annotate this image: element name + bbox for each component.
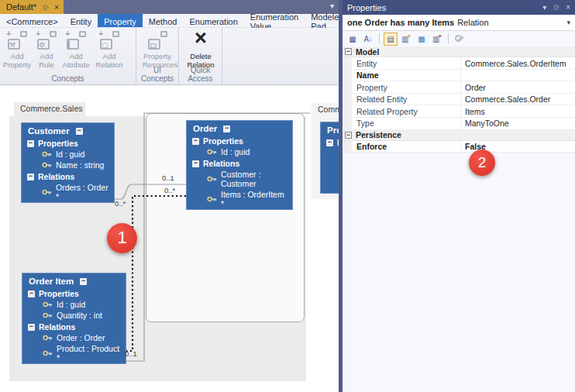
collapse-icon[interactable]: − [345,132,352,139]
property-pages-icon[interactable]: ▤ [384,33,398,46]
property-resources-button[interactable]: PropertyResources [143,31,172,69]
section-label: Relations [38,172,74,181]
diagram-host: Commerce.Sales Comme Customer−−Propertie… [0,86,339,392]
document-tab-default[interactable]: Default* ♲ × [0,0,64,14]
delete-relation-button[interactable]: ×DeleteRelation [186,31,215,69]
member-label: Product : Product * [57,344,121,363]
delete-relation-icon: × [191,31,211,50]
selected-object-name: one Order has many Items [347,18,454,27]
collapse-icon[interactable]: − [345,48,352,55]
alphabetical-icon[interactable]: A↓ [361,33,375,46]
member-row[interactable]: Id : guid [22,299,126,310]
advanced-wrench-icon[interactable] [453,33,467,46]
collapse-icon[interactable]: − [76,128,83,135]
grid-row-name[interactable]: Name [343,70,575,82]
properties-toolbar: ▦ A↓ ▤ ▥+ ▩ ▥+ [343,31,575,46]
multiplicity-label: 0..1 [162,174,174,182]
add-attribute-icon: +▎ [66,31,86,50]
key-icon [43,311,53,320]
member-label: Name : string [56,160,104,170]
document-tab-label: Default* [6,2,36,12]
grid-indent-strip [343,81,352,93]
member-row[interactable]: Orders : Order * [22,182,114,202]
member-row[interactable]: Id : guid [187,146,292,157]
ribbon-group-concepts: +⚒AddProperty+⚙AddRule+▎AddAttribute+▢Ad… [0,28,136,84]
add-attribute-button[interactable]: +▎AddAttribute [61,31,91,69]
entity-order[interactable]: Order−−PropertiesId : guid−RelationsCust… [186,120,293,210]
grid-category-model[interactable]: −Model [343,46,575,57]
section-label: Relations [203,159,239,168]
diagram-tab-commerce-sales[interactable]: Commerce.Sales [14,102,85,116]
ribbon-tab-enumeration[interactable]: Enumeration [183,14,243,27]
ribbon-tab-enumeration-value[interactable]: Enumeration Value [244,14,305,27]
add-icon[interactable]: ▥+ [399,33,413,46]
ribbon-tab-method[interactable]: Method [143,14,184,27]
collapse-icon[interactable]: − [192,138,199,145]
multiplicity-label: 0..* [164,186,175,194]
member-label: Order : Order [57,333,105,342]
property-value[interactable]: Order [461,81,575,93]
remove-icon[interactable]: ▥+ [430,33,444,46]
grid-row-related-entity[interactable]: Related EntityCommerce.Sales.Order [343,94,575,106]
collapse-icon[interactable]: − [28,291,35,297]
copy-icon[interactable]: ▩ [415,33,429,46]
tab-overflow-caret-icon[interactable]: ▾ [330,2,334,10]
member-row[interactable]: Items : OrderItem * [187,189,292,209]
properties-title-bar[interactable]: Properties ▾ ♲ × [343,0,575,15]
window-caret-icon[interactable]: ▾ [542,3,546,12]
multiplicity-label: 0..* [115,199,126,208]
close-icon[interactable]: × [54,3,59,12]
chevron-down-icon[interactable]: ▾ [566,19,570,26]
property-value[interactable]: ManyToOne [461,118,575,129]
pin-icon[interactable]: ♲ [552,4,560,11]
collapse-icon[interactable]: − [80,278,87,285]
property-value[interactable]: Commerce.Sales.OrderItem [461,57,575,69]
collapse-icon[interactable]: − [28,324,35,331]
property-label: Property [352,81,461,93]
grid-category-persistence[interactable]: −Persistence [343,130,575,141]
ribbon-tab-property[interactable]: Property [98,14,143,27]
pin-icon[interactable]: ♲ [41,4,50,11]
collapse-icon[interactable]: − [27,174,34,181]
properties-title: Properties [347,3,386,12]
member-label: Id : guid [221,147,250,156]
property-value[interactable]: Commerce.Sales.Order [461,94,575,105]
property-value[interactable]: Items [461,105,575,117]
member-row[interactable]: Id : guid [22,149,114,160]
category-label: Persistence [356,130,401,139]
collapse-icon[interactable]: − [223,126,230,132]
entity-order-item[interactable]: Order Item−−PropertiesId : guidQuantity … [22,273,126,364]
grid-row-type[interactable]: TypeManyToOne [343,118,575,130]
object-selector-combobox[interactable]: one Order has many Items Relation ▾ [343,15,575,31]
collapse-icon[interactable]: − [192,160,199,167]
close-icon[interactable]: × [566,3,570,12]
grid-row-related-property[interactable]: Related PropertyItems [343,105,575,118]
collapse-icon[interactable]: − [326,139,333,146]
add-relation-button[interactable]: +▢AddRelation [95,31,124,69]
grid-indent-strip [343,141,352,153]
add-property-button[interactable]: +⚒AddProperty [2,31,32,69]
button-label: AddRelation [95,52,124,69]
member-row[interactable]: Quantity : int [22,310,126,321]
entity-customer[interactable]: Customer−−PropertiesId : guidName : stri… [21,122,115,203]
add-rule-button[interactable]: +⚙AddRule [32,31,61,69]
grid-row-property[interactable]: PropertyOrder [343,81,575,94]
member-row[interactable]: Order : Order [22,332,126,343]
member-label: Orders : Order * [56,183,109,201]
ribbon-tab--commerce-[interactable]: <Commerce> [0,14,64,27]
section-header: −Properties [22,137,114,149]
property-value[interactable] [461,70,575,81]
grid-row-entity[interactable]: EntityCommerce.Sales.OrderItem [343,57,575,70]
section-header: −Relations [22,321,126,332]
member-row[interactable]: Customer : Customer [187,169,292,189]
multiplicity-label: 0..1 [125,349,137,358]
categorized-icon[interactable]: ▦ [346,33,360,46]
ribbon-tab-entity[interactable]: Entity [64,14,98,27]
entity-title: Order Item [29,277,74,286]
category-label: Model [356,47,379,57]
member-row[interactable]: Name : string [22,160,114,170]
grid-row-enforce[interactable]: EnforceFalse [343,141,575,153]
member-row[interactable]: Product : Product * [22,343,126,363]
collapse-icon[interactable]: − [27,140,34,147]
ribbon-group-ui-concepts: PropertyResourcesUI Concepts [136,28,179,84]
